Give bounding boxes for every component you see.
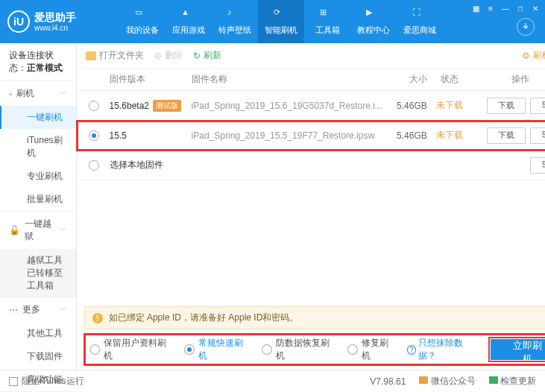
connection-status: 设备连接状态：正常模式	[0, 43, 76, 81]
firmware-filename: iPad_Spring_2019_15.6_19G5037d_Restore.i…	[192, 101, 382, 111]
download-ring-icon[interactable]	[517, 18, 535, 36]
chevron-down-icon: ﹀	[60, 89, 67, 99]
firmware-row[interactable]: 15.5iPad_Spring_2019_15.5_19F77_Restore.…	[77, 121, 545, 151]
firmware-size: 5.46GB	[382, 130, 427, 141]
firmware-version: 15.6beta2测试版	[110, 100, 192, 112]
delete-icon: ⊖	[154, 51, 162, 61]
warning-icon: !	[92, 313, 103, 323]
firmware-size: 5.46GB	[382, 101, 427, 111]
local-firmware-label: 选择本地固件	[110, 159, 192, 171]
logo-icon: iU	[7, 10, 30, 33]
nav-icon: ▶	[366, 7, 381, 22]
group-icon: ⋯	[9, 305, 18, 315]
erase-only-link[interactable]: ?只想抹除数据？	[407, 337, 480, 362]
block-itunes-checkbox[interactable]: 阻止iTunes运行	[9, 375, 84, 388]
nav-应用游戏[interactable]: ▲应用游戏	[166, 0, 212, 43]
sidebar-group-刷机[interactable]: ▫刷机﹀	[0, 81, 76, 106]
top-nav: ▭我的设备▲应用游戏♪铃声壁纸⟳智能刷机⊞工具箱▶教程中心⛶爱思商城	[119, 0, 443, 43]
refresh-icon: ↻	[193, 51, 201, 61]
table-header: 固件版本 固件名称 大小 状态 操作	[77, 69, 545, 91]
mode-repair[interactable]: 修复刷机	[347, 337, 397, 362]
sidebar-group-更多[interactable]: ⋯更多﹀	[0, 297, 76, 322]
app-name: 爱思助手	[34, 11, 76, 25]
chevron-down-icon: ﹀	[60, 225, 67, 235]
close-icon[interactable]: ✕	[530, 3, 541, 13]
flash-settings-button[interactable]: ⚙刷机设置	[522, 49, 545, 62]
import-button[interactable]: 导入	[530, 157, 545, 174]
col-name: 固件名称	[192, 73, 382, 86]
mode-anti-recover[interactable]: 防数据恢复刷机	[262, 337, 337, 362]
maximize-icon[interactable]: □	[515, 3, 526, 13]
status-bar: 阻止iTunes运行 V7.98.61 微信公众号 检查更新	[0, 370, 545, 392]
group-icon: ▫	[9, 89, 12, 99]
sidebar-item-其他工具[interactable]: 其他工具	[0, 322, 76, 345]
local-firmware-radio[interactable]	[89, 160, 99, 171]
main-panel: 打开文件夹 ⊖删除 ↻刷新 ⚙刷机设置 固件版本 固件名称 大小 状态 操作 1…	[77, 43, 545, 370]
firmware-status: 未下载	[427, 129, 472, 142]
col-status: 状态	[427, 73, 472, 86]
beta-badge: 测试版	[153, 100, 181, 112]
folder-icon	[86, 51, 96, 60]
nav-智能刷机[interactable]: ⟳智能刷机	[258, 0, 304, 43]
firmware-radio[interactable]	[89, 101, 99, 111]
sidebar-item-下载固件[interactable]: 下载固件	[0, 345, 76, 368]
check-update-link[interactable]: 检查更新	[489, 375, 536, 388]
delete-button[interactable]: ⊖删除	[154, 49, 183, 62]
update-icon	[489, 376, 498, 384]
gear-icon: ⚙	[522, 51, 530, 61]
minimize-icon[interactable]: —	[500, 3, 511, 13]
sidebar-item-越狱工具已转移至工具箱[interactable]: 越狱工具已转移至工具箱	[0, 249, 76, 297]
title-bar: iU 爱思助手 www.i4.cn ▭我的设备▲应用游戏♪铃声壁纸⟳智能刷机⊞工…	[0, 0, 545, 43]
notice-text: 如已绑定 Apple ID，请准备好 Apple ID和密码。	[109, 312, 299, 324]
wechat-link[interactable]: 微信公众号	[419, 375, 475, 388]
chevron-down-icon: ﹀	[60, 305, 67, 315]
wechat-icon	[419, 376, 428, 384]
info-icon: ?	[407, 345, 417, 355]
refresh-button[interactable]: ↻刷新	[193, 49, 221, 62]
logo: iU 爱思助手 www.i4.cn	[7, 10, 119, 33]
grid-icon[interactable]: ▦	[470, 3, 481, 13]
nav-爱思商城[interactable]: ⛶爱思商城	[397, 0, 443, 43]
nav-icon: ▭	[135, 7, 150, 22]
firmware-version: 15.5	[110, 130, 192, 141]
sidebar-item-一键刷机[interactable]: 一键刷机	[0, 106, 76, 129]
nav-icon: ⟳	[274, 7, 289, 22]
sidebar-item-专业刷机[interactable]: 专业刷机	[0, 165, 76, 188]
sidebar-item-批量刷机[interactable]: 批量刷机	[0, 188, 76, 211]
flash-now-button[interactable]: 立即刷机	[491, 339, 545, 360]
nav-icon: ⊞	[320, 7, 335, 22]
col-size: 大小	[382, 73, 427, 86]
menu-icon[interactable]: ≡	[485, 3, 496, 13]
version-label: V7.98.61	[370, 376, 406, 387]
sidebar-group-一键越狱[interactable]: 🔓一键越狱﹀	[0, 212, 76, 249]
sidebar-item-iTunes刷机[interactable]: iTunes刷机	[0, 129, 76, 165]
nav-icon: ▲	[181, 7, 196, 22]
mode-normal[interactable]: 常规快速刷机	[184, 337, 251, 362]
nav-我的设备[interactable]: ▭我的设备	[119, 0, 166, 43]
open-folder-button[interactable]: 打开文件夹	[86, 49, 144, 62]
nav-教程中心[interactable]: ▶教程中心	[350, 0, 397, 43]
nav-icon: ⛶	[412, 7, 427, 22]
nav-铃声壁纸[interactable]: ♪铃声壁纸	[212, 0, 258, 43]
group-icon: 🔓	[9, 225, 20, 235]
download-button[interactable]: 下载	[487, 98, 526, 114]
local-firmware-row[interactable]: 选择本地固件 导入	[77, 151, 545, 180]
firmware-filename: iPad_Spring_2019_15.5_19F77_Restore.ipsw	[192, 130, 382, 141]
firmware-status: 未下载	[427, 99, 472, 112]
nav-icon: ♪	[227, 7, 242, 22]
col-version: 固件版本	[110, 73, 192, 86]
app-url: www.i4.cn	[34, 24, 76, 32]
nav-工具箱[interactable]: ⊞工具箱	[304, 0, 350, 43]
toolbar: 打开文件夹 ⊖删除 ↻刷新 ⚙刷机设置	[77, 43, 545, 69]
download-button[interactable]: 下载	[487, 127, 526, 144]
import-button[interactable]: 导入	[530, 98, 545, 114]
import-button[interactable]: 导入	[530, 127, 545, 144]
mode-keep-data[interactable]: 保留用户资料刷机	[90, 337, 174, 362]
apple-id-notice: ! 如已绑定 Apple ID，请准备好 Apple ID和密码。 ✕	[84, 306, 545, 329]
window-controls: ▦ ≡ — □ ✕	[470, 3, 541, 13]
col-ops: 操作	[472, 73, 545, 86]
firmware-radio[interactable]	[89, 130, 99, 141]
firmware-row[interactable]: 15.6beta2测试版iPad_Spring_2019_15.6_19G503…	[77, 91, 545, 121]
sidebar: 设备连接状态：正常模式 ▫刷机﹀一键刷机iTunes刷机专业刷机批量刷机🔓一键越…	[0, 43, 77, 370]
flash-mode-bar: 保留用户资料刷机 常规快速刷机 防数据恢复刷机 修复刷机 ?只想抹除数据？ 立即…	[84, 334, 545, 365]
